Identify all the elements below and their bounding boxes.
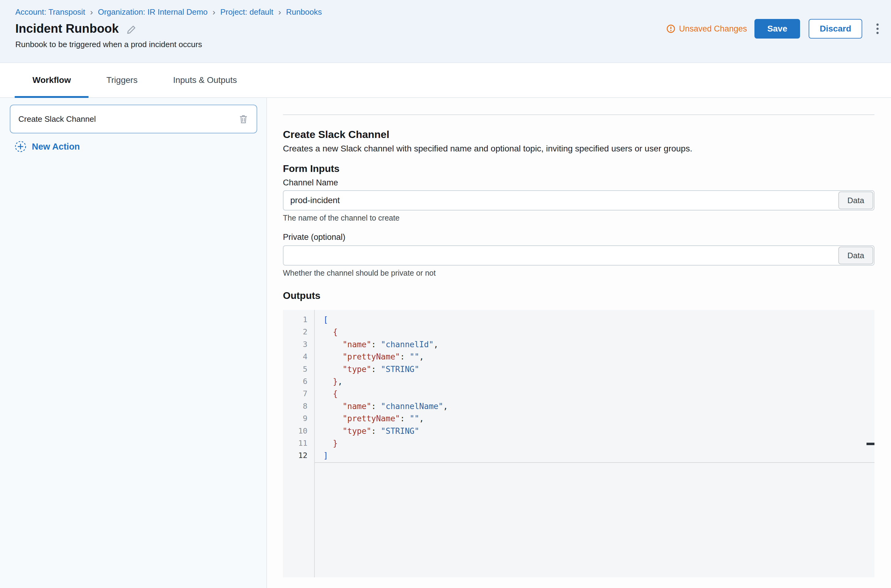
breadcrumb: Account: Transposit › Organization: IR I… — [15, 8, 322, 17]
breadcrumb-separator: › — [90, 8, 93, 16]
discard-button[interactable]: Discard — [809, 19, 862, 39]
tab-inputs-outputs[interactable]: Inputs & Outputs — [155, 63, 255, 97]
unsaved-changes-badge: Unsaved Changes — [666, 24, 747, 34]
action-card-label: Create Slack Channel — [18, 114, 96, 124]
new-action-button[interactable]: New Action — [15, 141, 80, 152]
outputs-code-editor[interactable]: 123456789101112 [ { "name": "channelId",… — [283, 310, 874, 577]
code-lines: [ { "name": "channelId", "prettyName": "… — [315, 310, 874, 577]
action-detail-panel: Create Slack Channel Creates a new Slack… — [267, 98, 891, 588]
page: Account: Transposit › Organization: IR I… — [0, 0, 891, 588]
private-label: Private (optional) — [283, 232, 874, 243]
breadcrumb-separator: › — [278, 8, 281, 16]
private-input-group: Data — [283, 245, 874, 266]
channel-name-label: Channel Name — [283, 178, 874, 189]
warning-icon — [666, 24, 676, 33]
breadcrumb-account[interactable]: Account: Transposit — [15, 8, 85, 17]
save-button[interactable]: Save — [754, 19, 800, 39]
breadcrumb-project[interactable]: Project: default — [220, 8, 273, 17]
channel-name-help: The name of the channel to create — [283, 213, 874, 224]
private-input[interactable] — [283, 245, 874, 266]
channel-name-data-button[interactable]: Data — [838, 192, 873, 209]
delete-action-icon[interactable] — [238, 113, 249, 125]
private-help: Whether the channel should be private or… — [283, 268, 874, 278]
new-action-label: New Action — [32, 142, 80, 152]
breadcrumb-runbooks[interactable]: Runbooks — [286, 8, 322, 17]
title-row: Incident Runbook — [15, 22, 322, 36]
channel-name-input-group: Data — [283, 190, 874, 210]
tab-triggers[interactable]: Triggers — [89, 63, 155, 97]
tab-bar: Workflow Triggers Inputs & Outputs — [0, 63, 891, 98]
form-inputs-heading: Form Inputs — [283, 163, 874, 174]
action-title: Create Slack Channel — [283, 129, 874, 140]
top-divider — [283, 114, 874, 115]
action-card-create-slack-channel[interactable]: Create Slack Channel — [10, 105, 257, 134]
kebab-menu-icon[interactable] — [873, 22, 882, 36]
code-active-line-rule — [315, 462, 874, 463]
plus-circle-icon — [15, 141, 26, 152]
breadcrumb-separator: › — [212, 8, 215, 16]
header-left: Account: Transposit › Organization: IR I… — [15, 8, 322, 62]
private-data-button[interactable]: Data — [838, 247, 873, 264]
channel-name-input[interactable] — [283, 190, 874, 210]
tab-workflow[interactable]: Workflow — [15, 63, 89, 97]
page-subtitle: Runbook to be triggered when a prod inci… — [15, 40, 322, 49]
unsaved-changes-label: Unsaved Changes — [679, 24, 747, 34]
code-gutter: 123456789101112 — [283, 310, 315, 577]
workflow-sidebar: Create Slack Channel New Action — [0, 98, 267, 588]
header-actions: Unsaved Changes Save Discard — [666, 19, 882, 39]
edit-title-icon[interactable] — [127, 25, 136, 34]
page-header: Account: Transposit › Organization: IR I… — [0, 0, 891, 63]
page-title: Incident Runbook — [15, 22, 119, 36]
outputs-heading: Outputs — [283, 290, 874, 302]
breadcrumb-organization[interactable]: Organization: IR Internal Demo — [98, 8, 208, 17]
content-body: Create Slack Channel New Action Create S… — [0, 98, 891, 588]
action-description: Creates a new Slack channel with specifi… — [283, 143, 874, 154]
scrollbar-mark[interactable] — [867, 442, 874, 445]
